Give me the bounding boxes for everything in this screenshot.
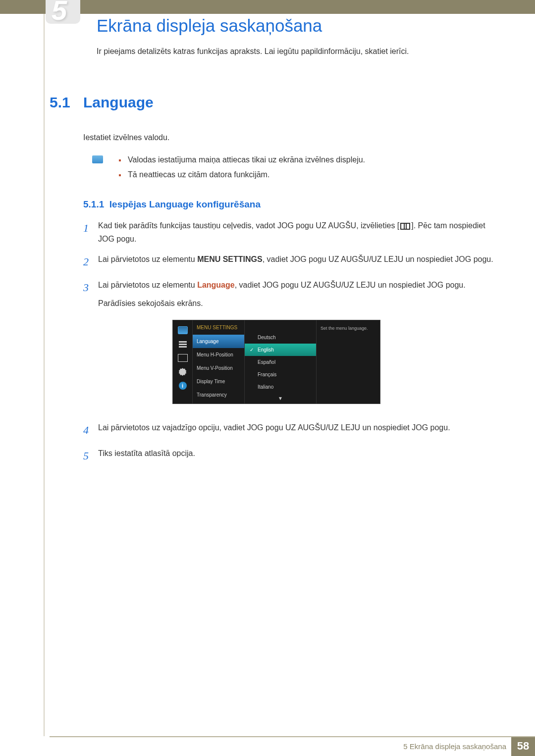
step: 4 Lai pārvietotos uz vajadzīgo opciju, v…	[83, 421, 495, 439]
info-icon: i	[178, 382, 188, 390]
steps-list: 1 Kad tiek parādīts funkcijas taustiņu c…	[83, 219, 495, 465]
note-item: Valodas iestatījuma maiņa attiecas tikai…	[119, 155, 495, 164]
subsection: 5.1.1 Iespējas Language konfigurēšana 1 …	[83, 199, 495, 465]
osd-option: Deutsch	[245, 331, 316, 344]
osd-options-column: Deutsch English Español Français Italian…	[245, 320, 317, 403]
step-number: 4	[83, 421, 98, 439]
chapter-tab: 5	[46, 0, 80, 24]
footer-rule	[50, 736, 535, 737]
osd-item: Language	[193, 335, 244, 348]
osd-option: English	[245, 344, 316, 356]
monitor-icon	[178, 326, 188, 334]
osd-item: Display Time	[193, 375, 244, 388]
step-text: Lai pārvietotos uz vajadzīgo opciju, vad…	[98, 421, 495, 439]
section-body: Iestatiet izvēlnes valodu.	[83, 132, 495, 144]
move-icon	[178, 354, 188, 362]
step-text: Tiks iestatīta atlasītā opcija.	[98, 447, 495, 465]
footer: 5 Ekrāna displeja saskaņošana 58	[0, 736, 535, 756]
step-text: Kad tiek parādīts funkcijas taustiņu ceļ…	[98, 219, 495, 246]
section-title: Language	[83, 94, 154, 110]
step: 3 Lai pārvietotos uz elementu Language, …	[83, 278, 495, 414]
note-icon	[92, 155, 103, 163]
osd-menu: i MENU SETTINGS Language Menu H-Position…	[172, 320, 380, 404]
step-number: 2	[83, 252, 98, 271]
osd-menu-column: MENU SETTINGS Language Menu H-Position M…	[193, 320, 245, 403]
osd-option: Italiano	[245, 381, 316, 393]
step-number: 5	[83, 447, 98, 465]
note-item: Tā neattiecas uz citām datora funkcijām.	[119, 170, 495, 179]
bars-icon	[178, 340, 188, 348]
step-number: 3	[83, 278, 98, 414]
step-number: 1	[83, 219, 98, 246]
subsection-heading: 5.1.1 Iespējas Language konfigurēšana	[83, 199, 495, 210]
page-number: 58	[511, 736, 535, 756]
step-text: Lai pārvietotos uz elementu Language, va…	[98, 278, 495, 414]
chapter-number: 5	[52, 0, 67, 26]
gear-icon	[178, 368, 188, 376]
step: 2 Lai pārvietotos uz elementu MENU SETTI…	[83, 252, 495, 271]
osd-item: Menu V-Position	[193, 361, 244, 375]
top-bar	[0, 0, 535, 14]
menu-icon	[400, 223, 410, 230]
page-title: Ekrāna displeja saskaņošana	[97, 16, 322, 36]
step-text: Lai pārvietotos uz elementu MENU SETTING…	[98, 252, 495, 271]
osd-option: Español	[245, 356, 316, 368]
osd-item: Menu H-Position	[193, 348, 244, 361]
section-number: 5.1	[50, 94, 83, 111]
osd-option: Français	[245, 368, 316, 381]
step: 1 Kad tiek parādīts funkcijas taustiņu c…	[83, 219, 495, 246]
note-block: Valodas iestatījuma maiņa attiecas tikai…	[83, 155, 495, 179]
intro-text: Ir pieejams detalizēts katras funkcijas …	[97, 47, 409, 56]
section: 5.1Language Iestatiet izvēlnes valodu. V…	[50, 94, 495, 472]
step: 5 Tiks iestatīta atlasītā opcija.	[83, 447, 495, 465]
chevron-down-icon: ▼	[245, 393, 316, 403]
osd-help-text: Set the menu language.	[317, 320, 376, 403]
footer-text: 5 Ekrāna displeja saskaņošana	[403, 742, 511, 751]
left-margin-rule	[44, 14, 45, 736]
osd-header: MENU SETTINGS	[193, 320, 244, 335]
osd-item: Transparency	[193, 388, 244, 402]
osd-icon-rail: i	[173, 320, 193, 403]
